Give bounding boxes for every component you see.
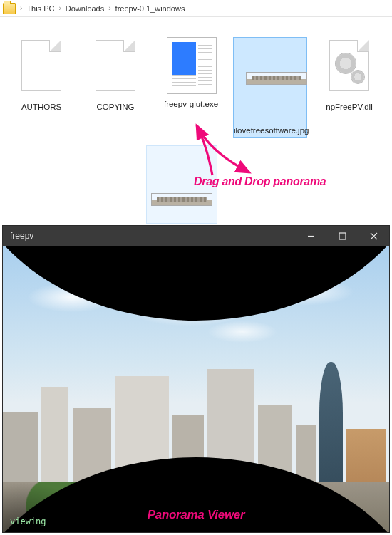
breadcrumb[interactable]: › This PC › Downloads › freepv-0.1_windo… [0, 0, 392, 17]
breadcrumb-this-pc[interactable]: This PC [26, 4, 54, 13]
file-label: freepv-glut.exe [155, 100, 227, 108]
breadcrumb-current-folder[interactable]: freepv-0.1_windows [115, 4, 185, 13]
file-label: AUTHORS [6, 103, 77, 111]
annotation-panorama-viewer: Panorama Viewer [148, 508, 245, 522]
breadcrumb-downloads[interactable]: Downloads [66, 4, 104, 13]
chevron-right-icon: › [19, 4, 24, 12]
window-title: freepv [10, 231, 33, 241]
chevron-right-icon: › [107, 4, 112, 12]
panorama-viewer-window: freepv viewing Panorama View [2, 225, 390, 533]
file-explorer-window: › This PC › Downloads › freepv-0.1_windo… [0, 0, 392, 219]
file-authors[interactable]: AUTHORS [6, 37, 77, 111]
file-freepv-exe[interactable]: freepv-glut.exe [155, 37, 227, 108]
titlebar[interactable]: freepv [3, 226, 389, 246]
folder-icon [3, 3, 16, 14]
chevron-right-icon: › [57, 4, 62, 12]
exe-icon [167, 37, 217, 94]
close-button[interactable] [358, 226, 389, 246]
panorama-viewport[interactable]: viewing Panorama Viewer [3, 246, 389, 532]
svg-rect-0 [339, 233, 346, 239]
status-text: viewing [10, 516, 46, 526]
file-list[interactable]: AUTHORS COPYING freepv-glut.exe ilovefre… [0, 17, 392, 219]
image-thumbnail-icon [151, 193, 212, 206]
file-copying[interactable]: COPYING [80, 37, 151, 111]
file-npfreepv-dll[interactable]: npFreePV.dll [314, 37, 385, 111]
annotation-drag-drop: Drag and Drop panorama [194, 175, 326, 188]
maximize-button[interactable] [326, 226, 358, 246]
file-icon [21, 40, 61, 91]
dll-gear-icon [329, 40, 369, 91]
file-label: ilovefreesoftware.jpg [234, 126, 306, 135]
minimize-button[interactable] [295, 226, 326, 246]
file-label: COPYING [80, 103, 151, 111]
file-label: npFreePV.dll [314, 103, 385, 111]
file-icon [96, 40, 135, 91]
image-thumbnail-icon [246, 72, 307, 85]
file-panorama-jpg[interactable]: ilovefreesoftware.jpg [233, 37, 307, 138]
